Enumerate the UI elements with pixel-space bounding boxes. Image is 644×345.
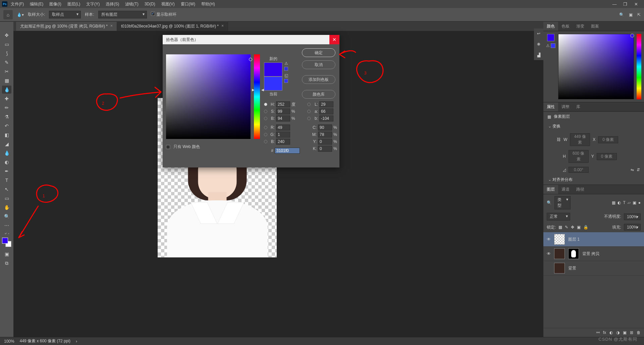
brush-tool[interactable]: ✏ bbox=[2, 104, 11, 112]
visibility-icon[interactable]: 👁 bbox=[547, 237, 551, 242]
link-icon[interactable]: ⛓ bbox=[557, 137, 561, 142]
pen-tool[interactable]: ✒ bbox=[2, 167, 11, 175]
menu-help[interactable]: 帮助(H) bbox=[199, 0, 218, 8]
bb-radio[interactable] bbox=[264, 140, 267, 143]
a-field[interactable] bbox=[319, 108, 333, 114]
move-tool[interactable]: ✥ bbox=[2, 31, 11, 39]
link-layers-icon[interactable]: ⚯ bbox=[596, 330, 600, 335]
x-field[interactable]: 0 像素 bbox=[598, 136, 618, 143]
lab-b-radio[interactable] bbox=[307, 117, 311, 120]
bb-field[interactable] bbox=[276, 139, 290, 145]
l-field[interactable] bbox=[319, 101, 333, 107]
fill-field[interactable]: 100% bbox=[624, 224, 641, 231]
menu-window[interactable]: 窗口(W) bbox=[178, 0, 198, 8]
maximize-icon[interactable]: ❐ bbox=[622, 2, 629, 7]
height-field[interactable]: 600 像素 bbox=[569, 150, 589, 163]
dialog-close-button[interactable]: ✕ bbox=[329, 35, 339, 44]
adjustment-layer-icon[interactable]: ◑ bbox=[616, 330, 620, 335]
document-info[interactable]: 449 像素 x 600 像素 (72 ppi) bbox=[20, 338, 70, 344]
l-radio[interactable] bbox=[307, 103, 311, 106]
layer-name[interactable]: 背景 bbox=[568, 265, 576, 271]
foreground-background-swatch[interactable] bbox=[2, 238, 11, 247]
hue-slider[interactable] bbox=[637, 34, 641, 99]
new-layer-icon[interactable]: ⊞ bbox=[630, 330, 633, 335]
m-field[interactable] bbox=[318, 132, 332, 138]
heal-tool[interactable]: ✚ bbox=[2, 95, 11, 103]
type-tool[interactable]: T bbox=[2, 176, 11, 184]
delete-layer-icon[interactable]: 🗑 bbox=[637, 330, 641, 335]
lock-all-icon[interactable]: 🔒 bbox=[583, 225, 588, 230]
hand-tool[interactable]: ✋ bbox=[2, 203, 11, 211]
h-field[interactable] bbox=[276, 101, 290, 107]
lock-position-icon[interactable]: ✥ bbox=[571, 225, 574, 230]
layer-name[interactable]: 背景 拷贝 bbox=[582, 251, 599, 257]
web-only-checkbox[interactable] bbox=[166, 145, 170, 149]
close-icon[interactable]: ✕ bbox=[633, 2, 639, 7]
fg-swatch[interactable] bbox=[547, 34, 554, 41]
history-panel-icon[interactable]: ↩ bbox=[537, 31, 540, 36]
tab-patterns[interactable]: 图案 bbox=[588, 22, 602, 31]
tab-channels[interactable]: 通道 bbox=[558, 185, 573, 194]
y-field[interactable]: 0 像素 bbox=[597, 153, 617, 160]
sample-size-dropdown[interactable]: 取样点 bbox=[49, 11, 81, 18]
share-icon[interactable]: ⇱ bbox=[637, 12, 641, 17]
y-field[interactable] bbox=[318, 139, 332, 145]
layer-row[interactable]: 👁 背景 bbox=[543, 261, 644, 276]
info-chevron-icon[interactable]: › bbox=[76, 339, 77, 344]
angle-field[interactable]: 0.00° bbox=[569, 167, 589, 173]
c-field[interactable] bbox=[318, 125, 332, 131]
filter-adjust-icon[interactable]: ◐ bbox=[618, 200, 621, 205]
layer-thumbnail[interactable] bbox=[554, 234, 565, 245]
width-field[interactable]: 449 像素 bbox=[570, 133, 590, 146]
minimize-icon[interactable]: — bbox=[611, 2, 618, 7]
lab-b-field[interactable] bbox=[319, 115, 333, 121]
path-select-tool[interactable]: ↖ bbox=[2, 185, 11, 193]
eyedropper-tool[interactable]: 💧 bbox=[2, 86, 11, 94]
menu-edit[interactable]: 编辑(E) bbox=[27, 0, 46, 8]
document-tab[interactable]: 尤如旭证件照.jpg @ 100% (背景 拷贝, RGB/8#) *× bbox=[16, 22, 117, 31]
layer-mask-icon[interactable]: ◐ bbox=[609, 330, 613, 335]
home-button[interactable]: ⌂ bbox=[3, 10, 13, 19]
filter-toggle[interactable]: ● bbox=[638, 200, 641, 205]
tab-properties[interactable]: 属性 bbox=[543, 102, 558, 111]
tab-gradients[interactable]: 渐变 bbox=[573, 22, 588, 31]
filter-type-icon[interactable]: T bbox=[623, 200, 625, 205]
layer-row[interactable]: 👁 背景 拷贝 bbox=[543, 247, 644, 261]
add-swatch-button[interactable]: 添加到色板 bbox=[302, 75, 335, 84]
a-radio[interactable] bbox=[307, 110, 311, 113]
bg-swatch[interactable] bbox=[551, 43, 555, 48]
brush-panel-icon[interactable]: ❋ bbox=[537, 42, 540, 47]
gamut-warning-icon[interactable]: ⚠ bbox=[284, 61, 288, 66]
saturation-value-field[interactable] bbox=[166, 54, 251, 139]
stamp-tool[interactable]: ⚗ bbox=[2, 113, 11, 121]
g-field[interactable] bbox=[276, 132, 290, 138]
menu-view[interactable]: 视图(V) bbox=[159, 0, 177, 8]
blend-mode-dropdown[interactable]: 正常 bbox=[547, 213, 570, 220]
lock-artboard-icon[interactable]: ▣ bbox=[577, 225, 581, 230]
layer-thumbnail[interactable] bbox=[554, 248, 565, 259]
search-icon[interactable]: 🔍 bbox=[619, 12, 624, 17]
filter-shape-icon[interactable]: ▱ bbox=[628, 200, 631, 205]
tab-libraries[interactable]: 库 bbox=[573, 102, 584, 111]
current-color-preview[interactable] bbox=[264, 77, 282, 91]
info-panel-icon[interactable]: ▟ bbox=[537, 53, 540, 57]
s-field[interactable] bbox=[276, 108, 290, 114]
tab-adjustments[interactable]: 调整 bbox=[558, 102, 573, 111]
layer-thumbnail[interactable] bbox=[554, 263, 565, 274]
rectangle-tool[interactable]: ▭ bbox=[2, 194, 11, 202]
menu-3d[interactable]: 3D(D) bbox=[142, 1, 158, 7]
h-radio[interactable] bbox=[264, 103, 267, 106]
eyedropper-icon[interactable]: 💧▾ bbox=[17, 12, 24, 17]
quick-select-tool[interactable]: ✎ bbox=[2, 58, 11, 66]
lock-pixels-icon[interactable]: ▩ bbox=[558, 225, 562, 230]
history-brush-tool[interactable]: ↶ bbox=[2, 122, 11, 130]
transform-section[interactable]: 变换 bbox=[543, 121, 644, 131]
frame-tool[interactable]: ▩ bbox=[2, 77, 11, 85]
group-layers-icon[interactable]: ▣ bbox=[623, 330, 627, 335]
k-field[interactable] bbox=[318, 146, 332, 152]
layer-fx-icon[interactable]: fx bbox=[603, 330, 606, 335]
dodge-tool[interactable]: ◐ bbox=[2, 158, 11, 166]
document-tab[interactable]: t010bf0a28ece34ae37.jpg @ 100% (图层 1, RG… bbox=[117, 22, 228, 31]
visibility-icon[interactable]: 👁 bbox=[547, 251, 551, 256]
layer-row[interactable]: 👁 图层 1 bbox=[543, 232, 644, 247]
